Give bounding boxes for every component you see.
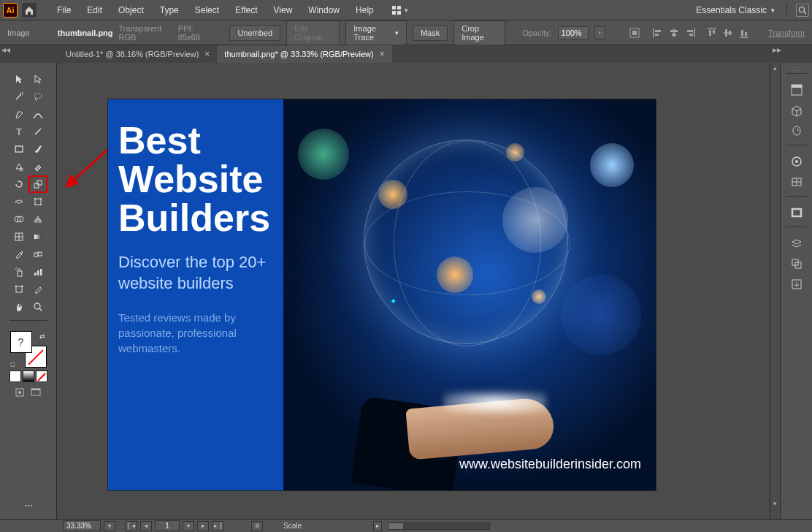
perspective-grid-tool[interactable] xyxy=(28,210,47,228)
properties-panel-icon[interactable] xyxy=(786,80,807,99)
zoom-dropdown[interactable]: ▾ xyxy=(104,521,115,531)
layers-panel-icon[interactable] xyxy=(786,234,807,253)
canvas[interactable]: Best Website Builders Discover the top 2… xyxy=(57,63,770,519)
magic-wand-tool[interactable] xyxy=(9,88,28,105)
svg-rect-3 xyxy=(397,11,401,15)
menu-effect[interactable]: Effect xyxy=(228,2,264,18)
svg-rect-15 xyxy=(687,30,693,32)
artboards-panel-icon[interactable] xyxy=(786,254,807,273)
color-swatch-none[interactable] xyxy=(36,370,47,382)
menu-window[interactable]: Window xyxy=(301,2,347,18)
align-right-icon[interactable] xyxy=(683,26,697,40)
svg-rect-12 xyxy=(670,30,678,32)
search-button[interactable] xyxy=(796,4,809,17)
color-panel-icon[interactable] xyxy=(786,152,807,171)
scale-tool[interactable] xyxy=(28,175,47,193)
hscroll-left[interactable]: ▸ xyxy=(373,521,382,531)
mask-button[interactable]: Mask xyxy=(413,25,448,41)
artboard-nav-dropdown[interactable]: ▾ xyxy=(183,521,194,531)
blend-tool[interactable] xyxy=(28,246,47,263)
prev-artboard-button[interactable]: ◂ xyxy=(140,521,152,531)
next-artboard-button[interactable]: ▸ xyxy=(197,521,209,531)
menu-type[interactable]: Type xyxy=(153,2,186,18)
expand-right-tabs[interactable]: ▸▸ xyxy=(771,45,783,54)
transform-link[interactable]: Transform xyxy=(768,28,805,37)
horizontal-scrollbar[interactable] xyxy=(388,522,490,530)
scroll-down-icon[interactable]: ▾ xyxy=(770,498,780,509)
curvature-tool[interactable] xyxy=(28,105,47,123)
type-tool[interactable]: T xyxy=(9,123,28,140)
isolate-icon[interactable] xyxy=(627,26,642,40)
libraries-panel-icon[interactable] xyxy=(786,101,807,120)
default-fill-stroke-icon[interactable]: ◻ xyxy=(10,361,15,368)
slice-tool[interactable] xyxy=(28,281,47,298)
svg-line-5 xyxy=(804,12,806,14)
unembed-button[interactable]: Unembed xyxy=(229,25,280,41)
edit-toolbar-button[interactable]: ⋯ xyxy=(19,497,38,514)
crop-image-button[interactable]: Crop Image xyxy=(453,20,505,45)
screen-mode-row xyxy=(14,387,43,400)
menu-help[interactable]: Help xyxy=(348,2,381,18)
scroll-up-icon[interactable]: ▴ xyxy=(770,63,780,73)
gradient-tool[interactable] xyxy=(28,228,47,246)
opacity-chevron[interactable]: › xyxy=(594,26,606,39)
first-artboard-button[interactable]: ▏◂ xyxy=(126,521,137,531)
vertical-scrollbar[interactable]: ▴ ▾ xyxy=(770,63,780,519)
fill-stroke-swatch[interactable]: ? ⇄ ◻ xyxy=(10,331,47,368)
workspace-label: Essentials Classic xyxy=(696,5,767,15)
paintbrush-tool[interactable] xyxy=(28,140,47,158)
home-button[interactable] xyxy=(22,3,37,18)
eraser-tool[interactable] xyxy=(28,158,47,175)
column-graph-tool[interactable] xyxy=(28,263,47,281)
selection-tool[interactable] xyxy=(9,70,28,88)
width-tool[interactable] xyxy=(9,193,28,210)
image-trace-button[interactable]: Image Trace▾ xyxy=(345,20,407,45)
workspace-switcher[interactable]: Essentials Classic ▾ xyxy=(689,2,782,18)
expand-left-tabs[interactable]: ◂◂ xyxy=(0,45,12,54)
shape-builder-tool[interactable] xyxy=(9,210,28,228)
last-artboard-button[interactable]: ▸▕ xyxy=(212,521,223,531)
menu-object[interactable]: Object xyxy=(111,2,151,18)
pen-tool[interactable] xyxy=(9,105,28,123)
draw-normal-icon[interactable] xyxy=(14,387,27,400)
arrange-documents-button[interactable]: ▾ xyxy=(391,3,409,18)
menu-view[interactable]: View xyxy=(267,2,300,18)
document-tab-1[interactable]: Untitled-1* @ 38.16% (RGB/Preview) × xyxy=(58,45,217,63)
align-top-icon[interactable] xyxy=(705,26,719,40)
tab-close-icon[interactable]: × xyxy=(380,49,385,59)
svg-point-28 xyxy=(41,117,42,118)
asset-export-panel-icon[interactable] xyxy=(786,275,807,294)
align-bottom-icon[interactable] xyxy=(737,26,751,40)
align-left-icon[interactable] xyxy=(651,26,665,40)
align-hcenter-icon[interactable] xyxy=(667,26,681,40)
rectangle-tool[interactable] xyxy=(9,140,28,158)
direct-selection-tool[interactable] xyxy=(28,70,47,88)
screen-mode-icon[interactable] xyxy=(30,387,43,400)
menu-select[interactable]: Select xyxy=(188,2,226,18)
artboard-number-input[interactable] xyxy=(155,520,180,531)
free-transform-tool[interactable] xyxy=(28,193,47,210)
cancel-op-button[interactable]: ⊘ xyxy=(251,521,263,531)
lasso-tool[interactable] xyxy=(28,88,47,105)
document-tab-2[interactable]: thumbnail.png* @ 33.33% (RGB/Preview) × xyxy=(217,45,391,63)
rotate-tool[interactable] xyxy=(9,175,28,193)
symbol-sprayer-tool[interactable] xyxy=(9,263,28,281)
zoom-input[interactable] xyxy=(63,520,101,531)
color-swatch-solid[interactable] xyxy=(9,370,21,382)
line-segment-tool[interactable] xyxy=(28,123,47,140)
zoom-tool[interactable] xyxy=(28,298,47,316)
tab-close-icon[interactable]: × xyxy=(204,49,210,59)
menu-edit[interactable]: Edit xyxy=(80,2,110,18)
align-vcenter-icon[interactable] xyxy=(721,26,735,40)
shaper-tool[interactable] xyxy=(9,158,28,175)
artboard-tool[interactable] xyxy=(9,281,28,298)
swap-fill-stroke-icon[interactable]: ⇄ xyxy=(39,332,45,340)
fill-swatch[interactable]: ? xyxy=(10,331,32,353)
mesh-tool[interactable] xyxy=(9,228,28,246)
color-swatch-gradient[interactable] xyxy=(23,370,34,382)
opacity-input[interactable] xyxy=(558,26,589,39)
eyedropper-tool[interactable] xyxy=(9,246,28,263)
placed-image[interactable]: Best Website Builders Discover the top 2… xyxy=(108,99,656,490)
hand-tool[interactable] xyxy=(9,298,28,316)
menu-file[interactable]: File xyxy=(50,2,78,18)
